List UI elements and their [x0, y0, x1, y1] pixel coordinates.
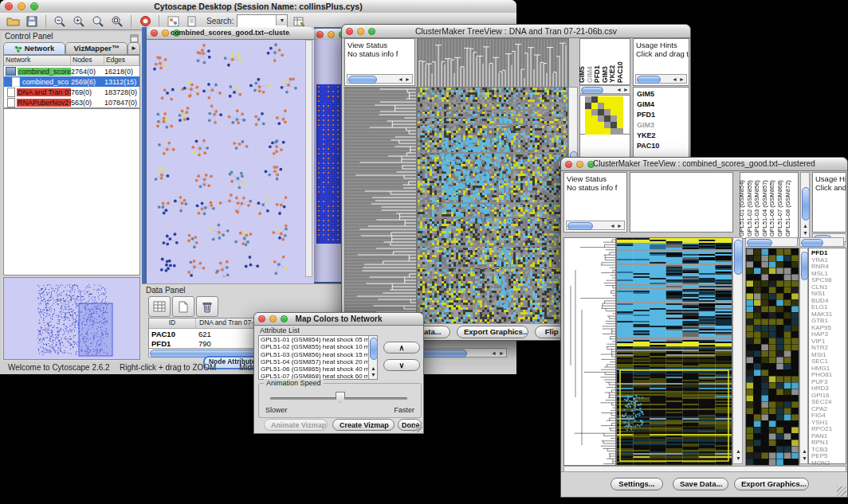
close-button[interactable]	[316, 31, 324, 38]
scrollbar-thumb[interactable]	[747, 239, 772, 247]
column-dendrogram-panel[interactable]	[630, 172, 733, 232]
close-button[interactable]	[5, 2, 13, 10]
column-label[interactable]: GPL51-04 (GSM857)	[761, 180, 768, 236]
scrollbar-thumb[interactable]	[370, 338, 378, 360]
col-header-id[interactable]: ID	[149, 318, 196, 328]
network-list-row[interactable]: DNA and Tran 07769(0)183728(0)	[4, 87, 139, 97]
attribute-item[interactable]: GPL51-03 (GSM856) heat shock 15 min	[259, 351, 377, 358]
column-dendrogram[interactable]	[417, 38, 569, 88]
zoom-in-button[interactable]	[71, 14, 87, 29]
annotation-button[interactable]	[184, 14, 200, 29]
scrollbar-thumb[interactable]	[801, 252, 808, 280]
delete-attribute-button[interactable]	[196, 296, 218, 317]
main-titlebar[interactable]: Cytoscape Desktop (Session Name: collins…	[0, 0, 516, 14]
export-graphics-button[interactable]: Export Graphics...	[457, 326, 528, 338]
minimize-button[interactable]	[576, 161, 583, 168]
row-label[interactable]: GIM4	[637, 100, 689, 110]
new-attribute-button[interactable]	[172, 296, 194, 317]
network-list-row[interactable]: combined_scores2764(0)16218(0)	[4, 66, 139, 76]
attribute-item[interactable]: GPL51-01 (GSM854) heat shock 05 min	[259, 336, 377, 343]
scroll-right-icon[interactable]: ►	[499, 350, 504, 357]
row-label[interactable]: PAC10	[637, 141, 689, 151]
col-header-network[interactable]: Network	[4, 56, 71, 65]
animate-vizmap-button[interactable]: Animate Vizmap	[264, 419, 328, 431]
treeview-dna-titlebar[interactable]: ClusterMaker TreeView : DNA and Tran 07-…	[342, 25, 690, 38]
network-view-1[interactable]	[148, 40, 304, 277]
search-input[interactable]: ▼	[237, 14, 288, 28]
col-header-edges[interactable]: Edges	[104, 56, 139, 65]
gene-list-vscrollbar[interactable]: ▲ ▼	[799, 248, 808, 464]
minimize-button[interactable]	[162, 29, 169, 37]
scroll-right-icon[interactable]: ►	[623, 87, 629, 93]
column-label[interactable]: GIM4	[586, 66, 594, 83]
dialog-titlebar[interactable]: Map Colors to Network	[254, 313, 423, 326]
row-dendrogram[interactable]	[344, 87, 417, 327]
attribute-list-vscrollbar[interactable]: ▲ ▼	[368, 336, 378, 379]
scroll-up-icon[interactable]: ▲	[803, 223, 808, 229]
scroll-up-icon[interactable]: ▲	[802, 448, 807, 455]
view-status-hscrollbar[interactable]: ◄ ►	[347, 74, 413, 84]
column-label[interactable]: GIM5	[578, 66, 586, 83]
settings-button[interactable]: Settings...	[610, 478, 663, 490]
scroll-left-icon[interactable]: ◄	[610, 223, 615, 229]
scrollbar-thumb[interactable]	[801, 239, 823, 247]
scroll-left-icon[interactable]: ◄	[491, 350, 497, 357]
birdseye-overview[interactable]	[3, 277, 140, 360]
network-window1-titlebar[interactable]: combined_scores_good.txt--cluste...	[147, 27, 314, 40]
scroll-down-icon[interactable]: ▼	[736, 455, 741, 462]
row-dendrogram[interactable]	[563, 237, 616, 466]
scroll-left-icon[interactable]: ◄	[616, 87, 622, 93]
row-label[interactable]: GIM5	[637, 89, 689, 100]
close-button[interactable]	[346, 28, 353, 35]
scrollbar-thumb[interactable]	[581, 87, 603, 94]
minimize-button[interactable]	[357, 28, 364, 35]
select-attributes-button[interactable]	[148, 296, 171, 317]
move-down-button[interactable]: ∨	[383, 359, 420, 371]
column-label[interactable]: GIM3	[601, 66, 609, 83]
col-header-nodes[interactable]: Nodes	[71, 56, 104, 65]
scroll-up-icon[interactable]: ▲	[736, 448, 741, 455]
zoom-selected-button[interactable]	[109, 14, 125, 29]
tab-network[interactable]: Network	[3, 42, 65, 55]
zoom-heatmap-hscrollbar[interactable]	[745, 237, 798, 247]
save-data-button[interactable]: Save Data...	[673, 478, 728, 490]
scrollbar-thumb[interactable]	[348, 76, 377, 84]
column-labels-vscrollbar[interactable]: ▲ ▼	[800, 172, 810, 239]
scroll-right-icon[interactable]: ►	[679, 76, 685, 83]
main-heatmap[interactable]	[616, 237, 732, 466]
vizmapper-button[interactable]	[165, 14, 181, 29]
save-session-button[interactable]	[24, 14, 40, 29]
column-label[interactable]: GPL51-03 (GSM856)	[753, 180, 760, 236]
create-vizmap-button[interactable]: Create Vizmap	[332, 419, 395, 431]
close-button[interactable]	[258, 315, 265, 322]
column-labels-hscrollbar[interactable]: ◄ ►	[579, 85, 630, 94]
column-label[interactable]: GPL51-01 (GSM854)	[738, 180, 745, 236]
close-button[interactable]	[565, 161, 572, 168]
export-graphics-button[interactable]: Export Graphics...	[734, 478, 809, 490]
heatmap-vscrollbar[interactable]: ▲ ▼	[732, 237, 743, 464]
resize-grip[interactable]	[413, 423, 422, 432]
attribute-item[interactable]: GPL51-06 (GSM865) heat shock 40 min	[259, 365, 377, 373]
scrollbar-thumb[interactable]	[637, 76, 661, 84]
mini-heatmap[interactable]	[585, 96, 623, 135]
help-button[interactable]	[137, 14, 153, 29]
zoomed-heatmap[interactable]	[745, 248, 799, 466]
scrollbar-thumb[interactable]	[802, 187, 810, 221]
scroll-left-icon[interactable]: ◄	[398, 76, 403, 83]
zoom-fit-button[interactable]	[90, 14, 106, 29]
combo-arrow-icon[interactable]: ▼	[276, 15, 287, 25]
scrollbar-thumb[interactable]	[734, 240, 743, 275]
tab-vizmapper[interactable]: VizMapper™	[65, 42, 128, 55]
scroll-up-icon[interactable]: ▲	[371, 365, 376, 372]
zoom-out-button[interactable]	[52, 14, 68, 29]
column-label[interactable]: GPL51-02 (GSM855)	[746, 180, 753, 236]
attribute-item[interactable]: GPL51-04 (GSM857) heat shock 20 min	[259, 358, 377, 365]
column-label[interactable]: YKE2	[608, 65, 616, 83]
move-up-button[interactable]: ∧	[383, 342, 420, 354]
gene-list-hscrollbar[interactable]	[799, 237, 844, 247]
minimize-button[interactable]	[328, 31, 335, 38]
scrollbar-thumb[interactable]	[567, 222, 593, 230]
tab-overflow-button[interactable]: ►	[128, 42, 140, 55]
scroll-down-icon[interactable]: ▼	[803, 230, 808, 236]
scroll-down-icon[interactable]: ▼	[371, 372, 376, 378]
